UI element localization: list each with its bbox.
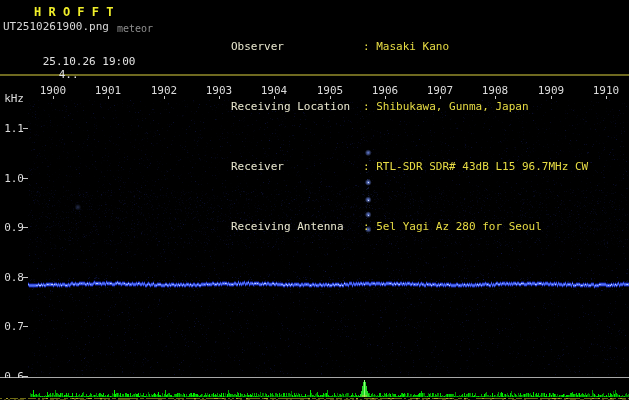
info-label: Observer: [231, 41, 363, 53]
info-label: Receiving Location: [231, 101, 363, 113]
datetime-line: 25.10.26 19:00 4..: [3, 42, 135, 94]
header: H R O F F T UT2510261900.png meteor 25.1…: [0, 0, 629, 75]
progress-counter: 4..: [59, 68, 79, 81]
datetime-text: 25.10.26 19:00: [43, 55, 136, 68]
info-value: : Shibukawa, Gunma, Japan: [363, 100, 529, 113]
station-name: meteor: [117, 23, 153, 34]
info-value: : 5el Yagi Az 280 for Seoul: [363, 220, 542, 233]
info-value: : RTL-SDR SDR# 43dB L15 96.7MHz CW: [363, 160, 588, 173]
info-row-location: Receiving Location: Shibukawa, Gunma, Ja…: [178, 89, 628, 125]
info-row-observer: Observer: Masaki Kano: [178, 29, 628, 65]
info-row-antenna: Receiving Antenna: 5el Yagi Az 280 for S…: [178, 209, 628, 245]
app-title: H R O F F T: [34, 5, 113, 19]
info-label: Receiving Antenna: [231, 221, 363, 233]
output-filename: UT2510261900.png: [3, 20, 109, 33]
info-value: : Masaki Kano: [363, 40, 449, 53]
info-row-receiver: Receiver: RTL-SDR SDR# 43dB L15 96.7MHz …: [178, 149, 628, 185]
hrofft-window: H R O F F T UT2510261900.png meteor 25.1…: [0, 0, 629, 400]
observer-info-panel: Observer: Masaki Kano Receiving Location…: [178, 5, 628, 269]
info-label: Receiver: [231, 161, 363, 173]
